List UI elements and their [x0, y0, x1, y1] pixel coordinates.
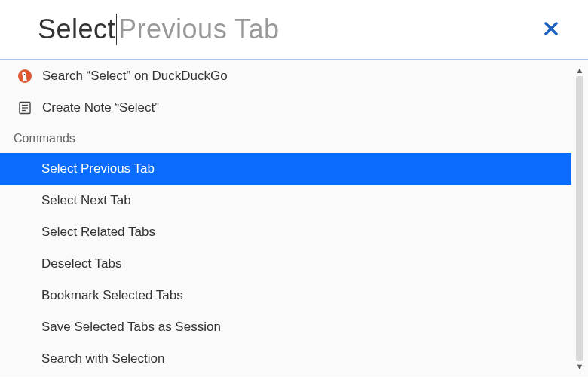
- note-icon: [17, 100, 33, 116]
- command-item[interactable]: Bookmark Selected Tabs: [0, 280, 571, 311]
- svg-point-1: [24, 74, 26, 75]
- scroll-down-arrow-icon[interactable]: ▼: [576, 363, 584, 371]
- scroll-thumb[interactable]: [576, 76, 583, 361]
- command-label: Select Related Tabs: [41, 225, 155, 240]
- search-engine-label: Search “Select” on DuckDuckGo: [42, 69, 228, 84]
- scrollbar[interactable]: ▲ ▼: [573, 66, 586, 371]
- search-input-area[interactable]: Select Previous Tab: [38, 14, 280, 45]
- command-item[interactable]: Select Related Tabs: [0, 216, 571, 248]
- command-label: Select Previous Tab: [41, 161, 155, 176]
- command-item[interactable]: Save Selected Tabs as Session: [0, 311, 571, 343]
- close-button[interactable]: [537, 14, 565, 44]
- results-area: Search “Select” on DuckDuckGo Create Not…: [0, 60, 588, 377]
- command-label: Save Selected Tabs as Session: [41, 320, 221, 335]
- command-label: Search with Selection: [41, 351, 164, 366]
- search-engine-action[interactable]: Search “Select” on DuckDuckGo: [0, 60, 571, 92]
- search-typed-text: Select: [38, 14, 117, 45]
- command-header: Select Previous Tab: [0, 0, 588, 59]
- create-note-label: Create Note “Select”: [42, 100, 159, 115]
- command-item[interactable]: Deselect Tabs: [0, 248, 571, 280]
- command-item[interactable]: Select Previous Tab: [0, 153, 571, 185]
- command-label: Bookmark Selected Tabs: [41, 288, 183, 303]
- results-list: Search “Select” on DuckDuckGo Create Not…: [0, 60, 571, 377]
- command-label: Deselect Tabs: [41, 256, 121, 271]
- command-label: Select Next Tab: [41, 193, 131, 208]
- command-item[interactable]: Select Next Tab: [0, 185, 571, 216]
- search-autocomplete-ghost: Previous Tab: [118, 14, 279, 45]
- command-item[interactable]: Search with Selection: [0, 343, 571, 375]
- duckduckgo-icon: [17, 68, 33, 84]
- commands-section-header: Commands: [0, 124, 571, 153]
- create-note-action[interactable]: Create Note “Select”: [0, 92, 571, 124]
- scroll-up-arrow-icon[interactable]: ▲: [576, 66, 584, 75]
- close-icon: [544, 19, 558, 39]
